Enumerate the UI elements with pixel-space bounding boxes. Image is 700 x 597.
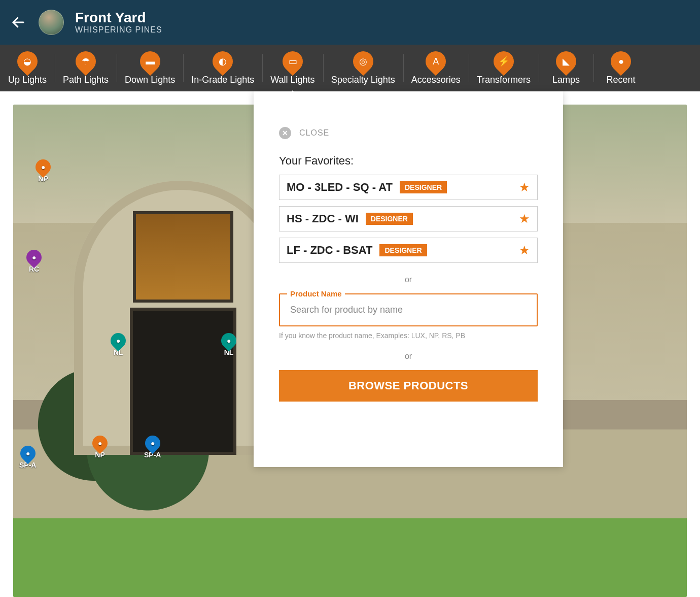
arrow-left-icon xyxy=(11,15,26,30)
scene-marker-np[interactable]: ●NP xyxy=(36,159,51,183)
category-icon: ☂ xyxy=(72,47,100,76)
category-accessories[interactable]: AAccessories xyxy=(403,45,469,91)
favorite-item[interactable]: LF - ZDC - BSATDESIGNER★ xyxy=(279,238,538,263)
category-icon: ◣ xyxy=(552,47,581,76)
marker-pin-icon: ● xyxy=(108,330,129,351)
designer-badge: DESIGNER xyxy=(379,244,427,256)
category-icon: ▭ xyxy=(278,47,307,76)
designer-badge: DESIGNER xyxy=(366,213,413,225)
or-divider: or xyxy=(279,275,538,284)
design-stage: ●NP●RC●NL●NL●NP●SP-A●SP-A ✕ CLOSE Your F… xyxy=(0,91,700,597)
favorite-item[interactable]: MO - 3LED - SQ - ATDESIGNER★ xyxy=(279,175,538,200)
page-subtitle: WHISPERING PINES xyxy=(75,25,162,35)
designer-badge: DESIGNER xyxy=(400,181,447,193)
product-panel: ✕ CLOSE Your Favorites: MO - 3LED - SQ -… xyxy=(254,91,563,467)
favorites-heading: Your Favorites: xyxy=(279,154,538,168)
category-specialty-lights[interactable]: ◎Specialty Lights xyxy=(323,45,403,91)
category-label: Recent xyxy=(607,75,636,85)
category-label: Lamps xyxy=(552,75,580,85)
category-icon: ◒ xyxy=(13,47,42,76)
page-title: Front Yard xyxy=(75,10,162,25)
star-icon[interactable]: ★ xyxy=(519,212,530,226)
marker-pin-icon: ● xyxy=(218,330,239,351)
category-icon: ● xyxy=(607,47,636,76)
marker-pin-icon: ● xyxy=(23,247,45,268)
category-path-lights[interactable]: ☂Path Lights xyxy=(55,45,117,91)
scene-marker-sp-a[interactable]: ●SP-A xyxy=(19,446,36,469)
category-label: Path Lights xyxy=(63,75,109,85)
project-avatar[interactable] xyxy=(39,10,64,35)
favorite-name: HS - ZDC - WI xyxy=(287,212,359,225)
scene-marker-nl[interactable]: ●NL xyxy=(221,333,236,356)
category-label: Transformers xyxy=(477,75,531,85)
category-lamps[interactable]: ◣Lamps xyxy=(539,45,593,91)
marker-pin-icon: ● xyxy=(32,156,54,178)
category-label: Specialty Lights xyxy=(331,75,395,85)
close-label: CLOSE xyxy=(299,128,329,138)
app-header: Front Yard WHISPERING PINES xyxy=(0,0,700,45)
front-doors xyxy=(130,308,236,455)
category-recent[interactable]: ●Recent xyxy=(593,45,648,91)
title-block: Front Yard WHISPERING PINES xyxy=(75,10,162,34)
favorite-name: MO - 3LED - SQ - AT xyxy=(287,181,393,194)
or-divider-2: or xyxy=(279,352,538,361)
search-input[interactable] xyxy=(280,294,537,325)
category-icon: ⚡ xyxy=(489,47,518,76)
scene-marker-np[interactable]: ●NP xyxy=(92,436,108,459)
close-icon: ✕ xyxy=(279,127,291,139)
category-wall-lights[interactable]: ▭Wall Lights xyxy=(262,45,323,91)
category-up-lights[interactable]: ◒Up Lights xyxy=(0,45,55,91)
browse-products-button[interactable]: BROWSE PRODUCTS xyxy=(279,370,538,402)
scene-marker-rc[interactable]: ●RC xyxy=(26,250,42,273)
marker-pin-icon: ● xyxy=(89,433,111,454)
category-label: Up Lights xyxy=(8,75,47,85)
category-icon: ◎ xyxy=(348,47,377,76)
upper-window xyxy=(133,211,233,303)
category-icon: ▬ xyxy=(135,47,164,76)
search-hint: If you know the product name, Examples: … xyxy=(279,331,538,340)
category-bar: ◒Up Lights☂Path Lights▬Down Lights◐In-Gr… xyxy=(0,45,700,91)
category-label: In-Grade Lights xyxy=(191,75,254,85)
star-icon[interactable]: ★ xyxy=(519,243,530,257)
category-label: Accessories xyxy=(411,75,461,85)
star-icon[interactable]: ★ xyxy=(519,180,530,194)
back-button[interactable] xyxy=(9,13,27,31)
category-label: Wall Lights xyxy=(270,75,314,85)
field-legend: Product Name xyxy=(287,289,345,298)
product-name-field[interactable]: Product Name xyxy=(279,293,538,326)
category-down-lights[interactable]: ▬Down Lights xyxy=(117,45,183,91)
category-icon: A xyxy=(422,47,450,76)
favorite-item[interactable]: HS - ZDC - WIDESIGNER★ xyxy=(279,206,538,231)
category-icon: ◐ xyxy=(208,47,237,76)
scene-marker-nl[interactable]: ●NL xyxy=(111,333,126,356)
category-in-grade-lights[interactable]: ◐In-Grade Lights xyxy=(183,45,262,91)
scene-marker-sp-a[interactable]: ●SP-A xyxy=(144,436,161,459)
category-transformers[interactable]: ⚡Transformers xyxy=(469,45,539,91)
close-panel-button[interactable]: ✕ CLOSE xyxy=(279,127,538,139)
favorite-name: LF - ZDC - BSAT xyxy=(287,244,372,257)
